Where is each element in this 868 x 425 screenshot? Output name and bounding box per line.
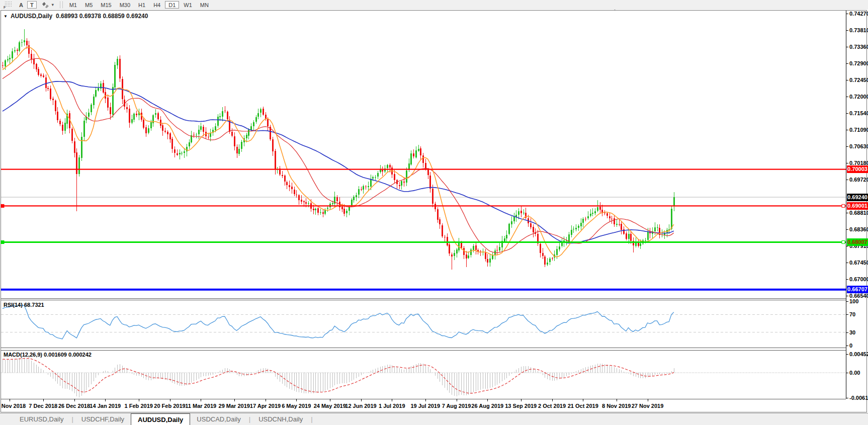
text-box-button[interactable]: T	[27, 1, 37, 9]
timeframe-button-w1[interactable]: W1	[180, 1, 196, 9]
macd-label: MACD(12,26,9)	[4, 352, 42, 358]
price-axis-tick: 0.72000	[849, 94, 868, 100]
price-axis-tick: 0.68810	[849, 210, 868, 216]
macd-axis-tick: 0.00	[849, 370, 860, 376]
price-tag-resistance-line-069001: 0.69001	[847, 202, 868, 210]
timeframe-button-m15[interactable]: M15	[97, 1, 115, 9]
tab-usdcnh[interactable]: USDCNH,Daily	[252, 413, 309, 425]
chart-tab-bar: EURUSD,Daily|USDCHF,DailyAUDUSD,DailyUSD…	[0, 413, 868, 425]
macd-panel-label: MACD(12,26,9) 0.001609 0.000242	[4, 352, 92, 358]
timeframe-button-h4[interactable]: H4	[150, 1, 164, 9]
price-axis-tick: 0.69720	[849, 177, 868, 183]
price-axis-tick: 0.68360	[849, 226, 868, 233]
line-handle-left[interactable]	[1, 204, 4, 207]
price-axis-tick: 0.71540	[849, 110, 868, 117]
rsi-value: 68.7321	[24, 302, 44, 308]
timeframe-button-h1[interactable]: H1	[135, 1, 149, 9]
tab-audusd[interactable]: AUDUSD,Daily	[131, 413, 190, 425]
timeframe-button-d1[interactable]: D1	[165, 1, 179, 9]
timeframe-button-m5[interactable]: M5	[81, 1, 96, 9]
toolbar-grip[interactable]	[60, 2, 63, 8]
tab-separator: |	[70, 413, 74, 425]
time-axis-label: 27 Nov 2019	[626, 403, 669, 409]
tab-separator: |	[247, 413, 252, 425]
tab-separator: |	[309, 413, 314, 425]
pattern-grid-icon[interactable]: F	[1, 1, 15, 9]
price-tag-support-line-066707: 0.66707	[847, 286, 868, 293]
line-handle-right[interactable]	[842, 204, 845, 207]
macd-axis-tick: 0.004528	[849, 351, 868, 358]
rsi-axis-tick: 30	[849, 329, 855, 336]
rsi-axis-tick: 0	[849, 343, 852, 349]
toolbar: F A T ▾ M1M5M15M30H1H4D1W1MN	[0, 0, 868, 10]
price-axis-tick: 0.73360	[849, 44, 868, 50]
price-axis-tick: 0.67450	[849, 260, 868, 266]
rsi-axis-tick: 70	[849, 311, 855, 318]
tab-usdcad[interactable]: USDCAD,Daily	[190, 413, 247, 425]
rsi-panel-label: RSI(14) 68.7321	[4, 302, 44, 308]
tab-usdchf[interactable]: USDCHF,Daily	[75, 413, 131, 425]
price-axis-tick: 0.74270	[849, 11, 868, 17]
price-tag-resistance-line-070003: 0.70003	[847, 165, 868, 173]
chart-canvas[interactable]	[0, 0, 868, 425]
line-handle-right[interactable]	[842, 240, 845, 243]
price-axis-tick: 0.71090	[849, 127, 868, 133]
text-annotation-button[interactable]: A	[16, 1, 26, 9]
price-tag-support-line-068007: 0.68007	[847, 238, 868, 246]
price-axis-tick: 0.72900	[849, 60, 868, 67]
rsi-axis-tick: 100	[849, 298, 858, 305]
chart-title: ▼AUDUSD,Daily 0.68993 0.69378 0.68859 0.…	[4, 13, 148, 20]
line-handle-left[interactable]	[1, 240, 4, 243]
svg-text:F: F	[4, 6, 6, 9]
price-axis-tick: 0.67000	[849, 276, 868, 283]
price-axis-tick: 0.70630	[849, 143, 868, 150]
chevron-down-icon: ▾	[52, 3, 54, 7]
drawing-tools-button[interactable]: ▾	[38, 1, 57, 9]
tab-bar-lead	[0, 413, 13, 425]
timeframe-group: M1M5M15M30H1H4D1W1MN	[65, 1, 213, 9]
symbol-dropdown-icon[interactable]: ▼	[4, 14, 8, 19]
timeframe-button-m30[interactable]: M30	[116, 1, 134, 9]
timeframe-button-m1[interactable]: M1	[66, 1, 80, 9]
chart-title-symbol: AUDUSD,Daily	[11, 13, 52, 20]
rsi-label: RSI(14)	[4, 302, 23, 308]
price-axis-tick: 0.72450	[849, 77, 868, 83]
price-tag-current-price: 0.69240	[847, 194, 868, 201]
macd-axis-tick: -0.00612	[849, 395, 868, 401]
price-axis-tick: 0.73810	[849, 27, 868, 34]
tab-eurusd[interactable]: EURUSD,Daily	[13, 413, 70, 425]
macd-values: 0.001609 0.000242	[44, 352, 92, 358]
chart-title-ohlc: 0.68993 0.69378 0.68859 0.69240	[56, 13, 148, 20]
timeframe-button-mn[interactable]: MN	[197, 1, 212, 9]
